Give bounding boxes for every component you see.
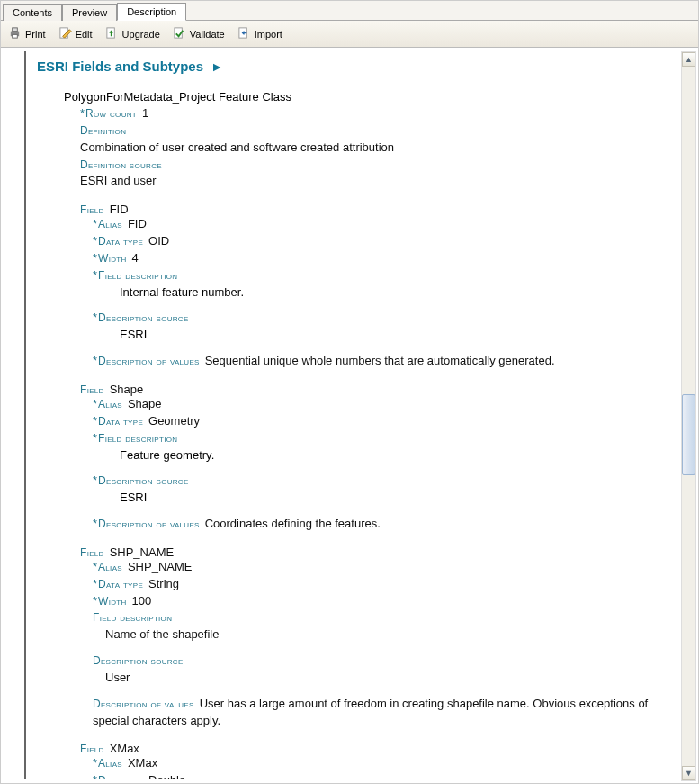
field-shpname-desc: Name of the shapefile — [105, 626, 677, 644]
fielddesc-label: Field description — [98, 432, 177, 445]
alias-label: Alias — [98, 757, 122, 770]
printer-icon — [8, 26, 22, 41]
field-label: Field — [80, 203, 104, 216]
svg-rect-2 — [13, 34, 18, 38]
field-fid-width: 4 — [132, 251, 139, 265]
print-button[interactable]: Print — [8, 26, 46, 41]
field-fid-name: FID — [110, 203, 129, 216]
datatype-label: Data type — [98, 774, 143, 779]
field-shape-desc: Feature geometry. — [120, 447, 677, 464]
field-shpname-name: SHP_NAME — [110, 545, 175, 559]
definition-value: Combination of user created and software… — [80, 140, 677, 157]
field-shape-datatype: Geometry — [148, 414, 200, 428]
upgrade-label: Upgrade — [122, 29, 160, 40]
field-fid-alias: FID — [128, 217, 147, 230]
datatype-label: Data type — [98, 415, 143, 428]
edit-icon — [58, 26, 72, 41]
definition-label: Definition — [80, 124, 126, 137]
definition-source-label: Definition source — [80, 158, 162, 171]
width-label: Width — [98, 252, 127, 265]
svg-rect-1 — [13, 28, 18, 32]
tab-contents[interactable]: Contents — [3, 4, 62, 21]
field-fid-descvalues: Sequential unique whole numbers that are… — [205, 354, 555, 367]
import-button[interactable]: Import — [237, 26, 282, 41]
tab-bar: Contents Preview Description — [1, 1, 698, 21]
toolbar: Print Edit Upgrade Validate Import — [1, 21, 698, 48]
vertical-scrollbar[interactable]: ▲ ▼ — [681, 51, 696, 781]
field-shape-name: Shape — [110, 383, 144, 396]
field-fid-descsource: ESRI — [120, 327, 677, 344]
field-shape-alias: Shape — [128, 397, 162, 410]
print-label: Print — [25, 29, 46, 40]
field-shpname-datatype: String — [148, 577, 179, 590]
field-xmax-name: XMax — [110, 742, 139, 755]
upgrade-icon — [105, 26, 119, 41]
field-label: Field — [80, 546, 104, 559]
scroll-up-arrow-icon[interactable]: ▲ — [682, 52, 695, 67]
row-count-label: Row count — [85, 107, 137, 120]
tab-preview[interactable]: Preview — [62, 4, 117, 21]
scroll-thumb[interactable] — [682, 394, 695, 475]
field-xmax-alias: XMax — [128, 756, 157, 770]
field-fid: FieldFID *AliasFID *Data typeOID *Width4… — [80, 203, 677, 370]
descvalues-label: Description of values — [98, 355, 200, 367]
alias-label: Alias — [98, 398, 122, 410]
alias-label: Alias — [98, 218, 122, 230]
section-title[interactable]: ESRI Fields and Subtypes ► — [37, 59, 677, 74]
expand-arrow-icon[interactable]: ► — [211, 59, 223, 74]
field-shape-descsource: ESRI — [120, 490, 677, 507]
tab-description[interactable]: Description — [117, 3, 186, 21]
datatype-label: Data type — [98, 235, 143, 248]
upgrade-button[interactable]: Upgrade — [105, 26, 160, 41]
field-xmax-datatype: Double — [148, 773, 185, 779]
row-count-value: 1 — [142, 106, 148, 120]
field-shpname-descsource: User — [105, 670, 677, 687]
import-icon — [237, 26, 251, 41]
edit-button[interactable]: Edit — [58, 26, 93, 41]
field-xmax: FieldXMax *AliasXMax *Data typeDouble *W… — [80, 742, 677, 779]
field-label: Field — [80, 383, 104, 396]
width-label: Width — [98, 595, 127, 608]
scroll-down-arrow-icon[interactable]: ▼ — [682, 766, 695, 780]
descsource-label: Description source — [98, 474, 189, 487]
datatype-label: Data type — [98, 578, 143, 590]
edit-label: Edit — [76, 29, 93, 40]
fielddesc-label: Field description — [93, 611, 172, 624]
field-shpname-alias: SHP_NAME — [128, 560, 193, 573]
field-shape-descvalues: Coordinates defining the features. — [205, 517, 381, 530]
descvalues-label: Description of values — [98, 518, 200, 530]
descsource-label: Description source — [93, 654, 184, 667]
field-shape: FieldShape *AliasShape *Data typeGeometr… — [80, 383, 677, 533]
descsource-label: Description source — [98, 311, 189, 324]
field-fid-datatype: OID — [148, 234, 169, 248]
validate-icon — [173, 26, 186, 41]
section-title-text: ESRI Fields and Subtypes — [37, 59, 203, 74]
description-content: ESRI Fields and Subtypes ► PolygonForMet… — [24, 51, 677, 779]
field-fid-desc: Internal feature number. — [120, 284, 677, 302]
feature-class-name: PolygonForMetadata_Project Feature Class — [64, 90, 677, 104]
import-label: Import — [255, 29, 282, 40]
validate-label: Validate — [190, 29, 225, 40]
definition-source-value: ESRI and user — [80, 173, 677, 190]
field-label: Field — [80, 743, 104, 755]
field-shpname-width: 100 — [132, 594, 152, 608]
fielddesc-label: Field description — [98, 269, 177, 282]
validate-button[interactable]: Validate — [173, 26, 225, 41]
alias-label: Alias — [98, 561, 122, 573]
field-shpname: FieldSHP_NAME *AliasSHP_NAME *Data typeS… — [80, 545, 677, 730]
descvalues-label: Description of values — [93, 698, 194, 710]
